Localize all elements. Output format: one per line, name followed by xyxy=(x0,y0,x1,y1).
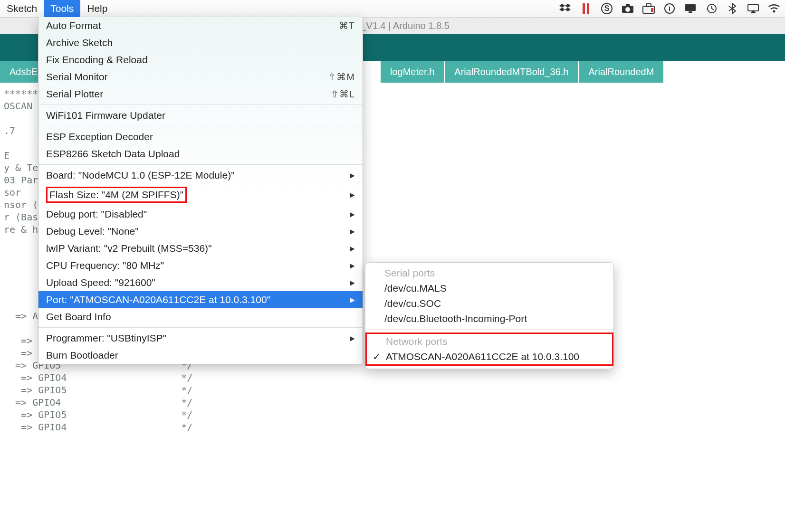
svg-text:i: i xyxy=(669,5,670,12)
port-submenu: Serial ports/dev/cu.MALS/dev/cu.SOC/dev/… xyxy=(365,262,614,369)
tools-item[interactable]: Serial Plotter⇧⌘L xyxy=(38,86,363,103)
pause-icon[interactable] xyxy=(580,3,592,14)
display-icon[interactable] xyxy=(684,3,697,14)
port-section-header: Network ports xyxy=(367,334,612,349)
tools-item[interactable]: Auto Format⌘T xyxy=(38,17,363,34)
info-icon[interactable]: i xyxy=(663,3,676,14)
svg-rect-12 xyxy=(685,4,696,11)
tools-item[interactable]: lwIP Variant: "v2 Prebuilt (MSS=536)"▶ xyxy=(38,240,363,257)
tools-item[interactable]: WiFi101 Firmware Updater xyxy=(38,107,363,124)
port-item[interactable]: ✓ATMOSCAN-A020A611CC2E at 10.0.3.100 xyxy=(367,349,612,364)
history-icon[interactable] xyxy=(705,3,718,14)
port-section-header: Serial ports xyxy=(365,266,613,281)
svg-rect-15 xyxy=(748,4,758,11)
mac-menubar: Sketch Tools Help S i xyxy=(0,0,785,17)
tools-item[interactable]: Flash Size: "4M (2M SPIFFS)"▶ xyxy=(38,184,363,206)
tools-dropdown: Auto Format⌘TArchive SketchFix Encoding … xyxy=(38,17,363,364)
menubar-tools[interactable]: Tools xyxy=(44,0,80,17)
svg-rect-8 xyxy=(646,4,651,7)
menubar-help[interactable]: Help xyxy=(80,0,114,17)
port-item[interactable]: /dev/cu.SOC xyxy=(365,296,613,311)
submenu-arrow-icon: ▶ xyxy=(350,279,355,286)
toolbox-icon[interactable] xyxy=(642,3,655,14)
submenu-arrow-icon: ▶ xyxy=(350,228,355,235)
tools-item[interactable]: Serial Monitor⇧⌘M xyxy=(38,68,363,86)
tab-arialroundec[interactable]: ArialRoundedM xyxy=(579,61,663,83)
submenu-arrow-icon: ▶ xyxy=(350,245,355,252)
svg-rect-0 xyxy=(583,3,585,14)
tools-item[interactable]: Upload Speed: "921600"▶ xyxy=(38,274,363,291)
svg-rect-9 xyxy=(651,8,653,12)
svg-rect-13 xyxy=(689,11,692,13)
svg-text:S: S xyxy=(604,4,610,12)
tools-item[interactable]: Debug port: "Disabled"▶ xyxy=(38,206,363,223)
tools-item[interactable]: Port: "ATMOSCAN-A020A611CC2E at 10.0.3.1… xyxy=(38,291,363,308)
tools-item[interactable]: Archive Sketch xyxy=(38,34,363,51)
port-item[interactable]: /dev/cu.MALS xyxy=(365,281,613,296)
check-icon: ✓ xyxy=(373,351,381,362)
tools-item[interactable]: ESP Exception Decoder xyxy=(38,128,363,145)
tools-item[interactable]: Fix Encoding & Reload xyxy=(38,51,363,68)
svg-point-6 xyxy=(625,7,630,12)
tab-arialbold36[interactable]: ArialRoundedMTBold_36.h xyxy=(445,61,578,83)
tab-logmeter[interactable]: logMeter.h xyxy=(381,61,444,83)
tools-item[interactable]: ESP8266 Sketch Data Upload xyxy=(38,145,363,162)
dropbox-icon[interactable] xyxy=(559,3,571,14)
svg-point-16 xyxy=(773,10,775,13)
svg-rect-1 xyxy=(587,3,589,14)
airplay-icon[interactable] xyxy=(747,3,759,14)
tools-item[interactable]: Get Board Info xyxy=(38,308,363,325)
tools-item[interactable]: Debug Level: "None"▶ xyxy=(38,223,363,240)
submenu-arrow-icon: ▶ xyxy=(350,262,355,269)
submenu-arrow-icon: ▶ xyxy=(350,191,355,199)
menubar-tray: S i xyxy=(559,3,785,14)
tools-item[interactable]: Board: "NodeMCU 1.0 (ESP-12E Module)"▶ xyxy=(38,167,363,184)
submenu-arrow-icon: ▶ xyxy=(350,334,355,342)
submenu-arrow-icon: ▶ xyxy=(350,210,355,218)
submenu-arrow-icon: ▶ xyxy=(350,171,355,179)
skype-icon[interactable]: S xyxy=(601,3,613,14)
submenu-arrow-icon: ▶ xyxy=(350,296,355,304)
tools-item[interactable]: Programmer: "USBtinyISP"▶ xyxy=(38,330,363,347)
tools-item[interactable]: Burn Bootloader xyxy=(38,347,363,364)
menubar-sketch[interactable]: Sketch xyxy=(0,0,44,17)
bluetooth-icon[interactable] xyxy=(726,3,738,14)
camera-icon[interactable] xyxy=(622,3,634,14)
svg-rect-5 xyxy=(626,4,630,6)
tools-item[interactable]: CPU Frequency: "80 MHz"▶ xyxy=(38,257,363,274)
wifi-icon[interactable] xyxy=(768,3,780,14)
port-item[interactable]: /dev/cu.Bluetooth-Incoming-Port xyxy=(365,311,613,326)
